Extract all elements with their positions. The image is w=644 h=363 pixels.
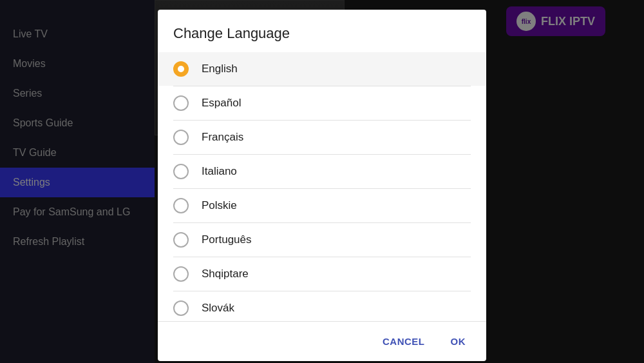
language-label-portugues: Português — [202, 233, 252, 246]
radio-italiano[interactable] — [173, 164, 189, 179]
language-option-polskie[interactable]: Polskie — [158, 189, 486, 222]
language-option-shqiptare[interactable]: Shqiptare — [158, 257, 486, 291]
radio-espanol[interactable] — [173, 95, 189, 111]
change-language-dialog: Change Language English Español Français… — [158, 10, 486, 361]
language-list[interactable]: English Español Français Italiano Polski… — [158, 52, 486, 321]
radio-polskie[interactable] — [173, 198, 189, 213]
language-label-espanol: Español — [202, 97, 241, 110]
language-label-english: English — [202, 63, 238, 75]
language-option-espanol[interactable]: Español — [158, 86, 486, 120]
language-option-slovak[interactable]: Slovák — [158, 291, 486, 321]
radio-slovak[interactable] — [173, 300, 189, 316]
language-label-slovak: Slovák — [202, 302, 234, 315]
radio-shqiptare[interactable] — [173, 266, 189, 282]
language-option-english[interactable]: English — [158, 52, 486, 86]
language-label-polskie: Polskie — [202, 199, 237, 212]
radio-portugues[interactable] — [173, 232, 189, 248]
radio-english[interactable] — [173, 61, 189, 77]
language-option-francais[interactable]: Français — [158, 121, 486, 154]
language-label-italiano: Italiano — [202, 165, 237, 178]
radio-francais[interactable] — [173, 130, 189, 145]
language-label-francais: Français — [202, 131, 243, 144]
language-label-shqiptare: Shqiptare — [202, 268, 249, 280]
language-option-portugues[interactable]: Português — [158, 223, 486, 257]
language-option-italiano[interactable]: Italiano — [158, 155, 486, 188]
cancel-button[interactable]: CANCEL — [372, 329, 435, 353]
dialog-title: Change Language — [158, 10, 486, 52]
dialog-actions: CANCEL OK — [158, 321, 486, 361]
ok-button[interactable]: OK — [440, 329, 477, 353]
